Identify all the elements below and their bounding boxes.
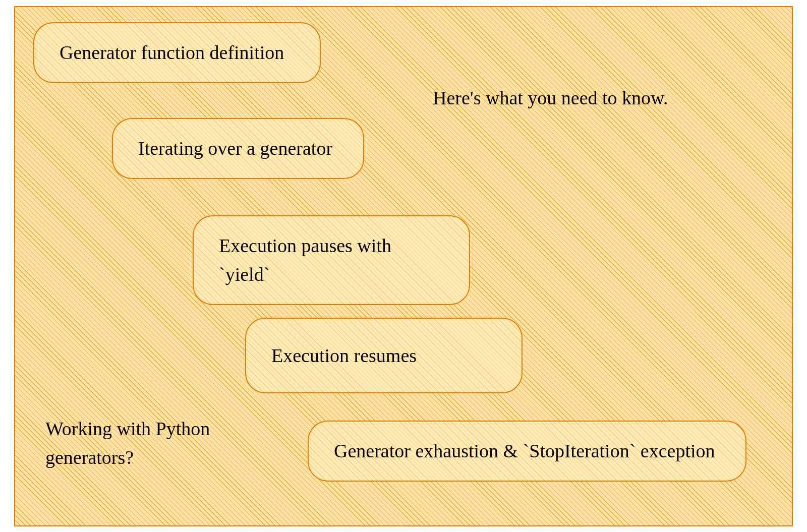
step-label: Generator function definition xyxy=(60,42,284,63)
step-generator-function-definition: Generator function definition xyxy=(33,22,321,83)
step-label: Generator exhaustion & `StopIteration` e… xyxy=(334,440,715,461)
step-label: Execution resumes xyxy=(271,341,417,370)
step-label: Execution pauses with `yield` xyxy=(219,235,391,285)
step-generator-exhaustion: Generator exhaustion & `StopIteration` e… xyxy=(308,421,746,482)
step-execution-pauses-yield: Execution pauses with `yield` xyxy=(193,215,470,305)
annotation-text: Here's what you need to know. xyxy=(433,87,668,108)
step-execution-resumes: Execution resumes xyxy=(245,318,523,393)
annotation-text: Working with Python generators? xyxy=(45,418,210,468)
annotation-bottom-left: Working with Python generators? xyxy=(45,415,298,472)
step-iterating-over-generator: Iterating over a generator xyxy=(112,118,364,179)
diagram-container: Generator function definition Iterating … xyxy=(14,6,793,526)
annotation-top-right: Here's what you need to know. xyxy=(433,84,725,112)
step-label: Iterating over a generator xyxy=(138,138,332,159)
